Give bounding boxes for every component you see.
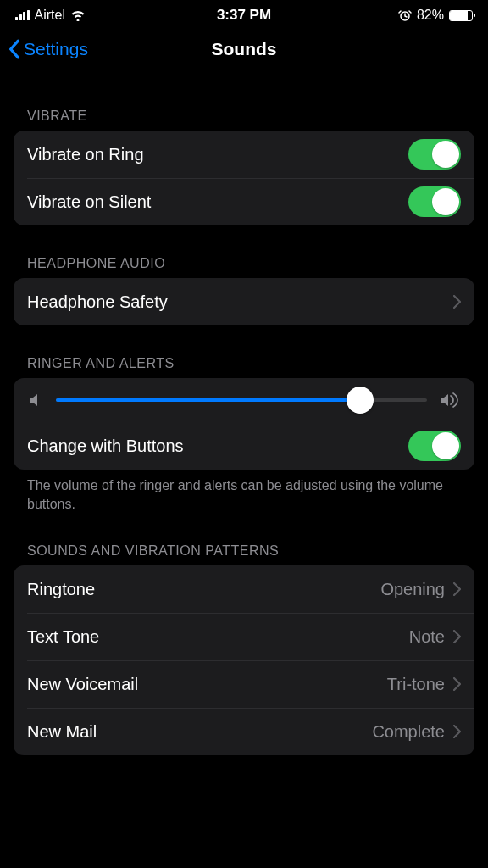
section-header-vibrate: VIBRATE [14,71,474,131]
chevron-right-icon [453,295,461,309]
row-value: Opening [380,580,445,599]
section-footer-ringer: The volume of the ringer and alerts can … [14,470,474,513]
section-header-ringer-and-alerts: RINGER AND ALERTS [14,326,474,378]
chevron-right-icon [453,630,461,643]
row-value: Tri-tone [387,675,445,694]
status-left: Airtel [15,8,86,23]
row-label: Ringtone [27,580,95,599]
content: VIBRATE Vibrate on Ring Vibrate on Silen… [0,71,488,755]
volume-low-icon [27,392,44,409]
status-time: 3:37 PM [217,7,271,24]
slider-thumb[interactable] [347,387,374,414]
toggle-change-with-buttons[interactable] [408,431,461,461]
group-sounds-patterns: Ringtone Opening Text Tone Note New Voic… [14,565,474,755]
row-change-with-buttons[interactable]: Change with Buttons [14,422,474,470]
back-button[interactable]: Settings [8,39,88,59]
nav-bar: Settings Sounds [0,27,488,71]
row-headphone-safety[interactable]: Headphone Safety [14,278,474,326]
chevron-right-icon [453,582,461,596]
group-vibrate: Vibrate on Ring Vibrate on Silent [14,131,474,225]
cellular-signal-icon [15,10,30,20]
toggle-vibrate-on-ring[interactable] [408,139,461,170]
row-value: Note [409,627,445,647]
chevron-left-icon [8,39,20,59]
row-label: Headphone Safety [27,292,168,312]
chevron-right-icon [453,725,461,738]
volume-slider[interactable] [56,398,427,402]
toggle-vibrate-on-silent[interactable] [408,186,461,217]
row-label: New Voicemail [27,675,138,694]
section-header-sounds-patterns: SOUNDS AND VIBRATION PATTERNS [14,513,474,565]
row-label: Text Tone [27,627,99,647]
row-new-voicemail[interactable]: New Voicemail Tri-tone [14,660,474,708]
row-label: Vibrate on Silent [27,192,151,212]
back-label: Settings [24,39,88,59]
row-volume-slider [14,378,474,422]
chevron-right-icon [453,677,461,691]
alarm-icon [398,8,412,22]
page-title: Sounds [212,39,277,59]
row-label: Vibrate on Ring [27,145,144,164]
wifi-icon [70,9,86,21]
row-label: New Mail [27,722,97,742]
row-ringtone[interactable]: Ringtone Opening [14,565,474,613]
status-bar: Airtel 3:37 PM 82% [0,0,488,27]
status-right: 82% [398,8,473,23]
row-vibrate-on-silent[interactable]: Vibrate on Silent [14,178,474,225]
battery-icon [449,10,473,21]
group-headphone-audio: Headphone Safety [14,278,474,326]
volume-high-icon [439,392,461,409]
row-label: Change with Buttons [27,437,184,456]
row-text-tone[interactable]: Text Tone Note [14,613,474,660]
row-vibrate-on-ring[interactable]: Vibrate on Ring [14,131,474,178]
group-ringer-and-alerts: Change with Buttons [14,378,474,470]
section-header-headphone-audio: HEADPHONE AUDIO [14,225,474,278]
carrier-label: Airtel [35,8,65,23]
battery-percent: 82% [417,8,444,23]
row-new-mail[interactable]: New Mail Complete [14,708,474,755]
row-value: Complete [372,722,445,742]
